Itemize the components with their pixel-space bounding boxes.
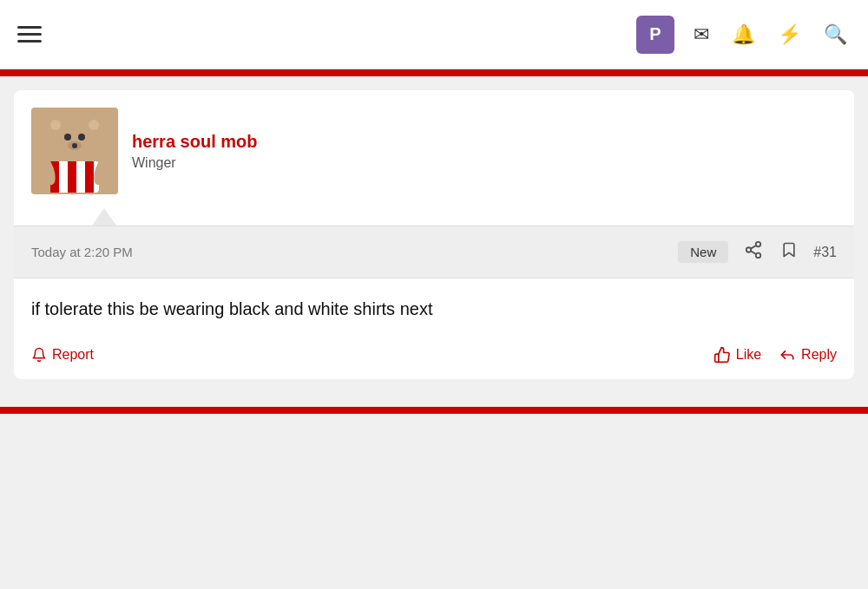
svg-point-8 xyxy=(78,134,85,141)
bottom-red-stripe xyxy=(0,407,868,414)
svg-point-6 xyxy=(89,120,99,130)
header-right: P ✉ 🔔 ⚡ 🔍 xyxy=(636,16,851,54)
bookmark-icon[interactable] xyxy=(779,239,799,265)
main-content: herra soul mob Winger Today at 2:20 PM N… xyxy=(0,76,868,403)
user-info-section: herra soul mob Winger xyxy=(14,90,854,208)
svg-point-10 xyxy=(72,143,77,148)
post-timestamp: Today at 2:20 PM xyxy=(31,245,133,259)
mail-icon[interactable]: ✉ xyxy=(690,20,713,49)
post-number: #31 xyxy=(813,245,837,260)
user-role: Winger xyxy=(132,155,837,171)
hamburger-menu-button[interactable] xyxy=(17,26,42,43)
post-footer: Report Like Reply xyxy=(14,336,854,379)
username: herra soul mob xyxy=(132,132,837,152)
svg-point-5 xyxy=(50,120,61,130)
svg-rect-13 xyxy=(68,161,76,193)
lightning-icon[interactable]: ⚡ xyxy=(774,20,805,49)
user-details: herra soul mob Winger xyxy=(132,132,837,171)
post-actions-right: New #31 xyxy=(678,239,837,265)
post-body: if tolerate this be wearing black and wh… xyxy=(14,278,854,336)
svg-point-7 xyxy=(64,134,71,141)
like-label: Like xyxy=(736,347,761,363)
avatar xyxy=(31,108,118,194)
svg-line-20 xyxy=(751,251,756,254)
top-red-stripe xyxy=(0,69,868,76)
triangle-shape xyxy=(92,208,116,226)
header-left xyxy=(17,26,42,43)
new-badge: New xyxy=(678,241,728,263)
header: P ✉ 🔔 ⚡ 🔍 xyxy=(0,0,868,69)
reply-button[interactable]: Reply xyxy=(779,346,837,363)
user-avatar-button[interactable]: P xyxy=(636,16,674,54)
share-icon[interactable] xyxy=(742,239,765,265)
bell-icon[interactable]: 🔔 xyxy=(728,20,759,49)
post-card: herra soul mob Winger Today at 2:20 PM N… xyxy=(14,90,854,379)
svg-rect-14 xyxy=(85,161,94,193)
like-button[interactable]: Like xyxy=(713,346,761,363)
search-icon[interactable]: 🔍 xyxy=(820,20,851,49)
svg-line-21 xyxy=(751,245,756,249)
triangle-pointer xyxy=(14,208,854,226)
report-label: Report xyxy=(52,347,94,363)
reply-label: Reply xyxy=(801,347,837,363)
report-button[interactable]: Report xyxy=(31,347,94,363)
footer-right-actions: Like Reply xyxy=(713,346,837,363)
post-text: if tolerate this be wearing black and wh… xyxy=(31,296,837,322)
post-meta-bar: Today at 2:20 PM New #31 xyxy=(14,226,854,278)
